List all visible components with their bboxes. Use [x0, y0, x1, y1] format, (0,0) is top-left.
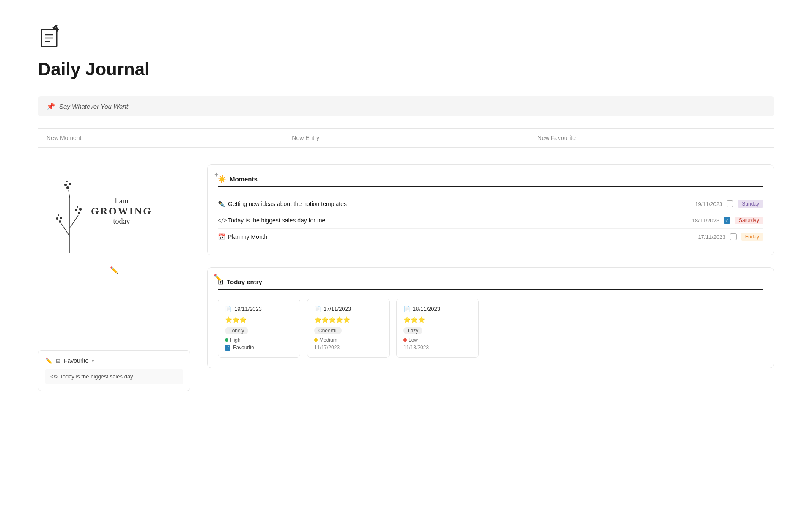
energy-row-0: High: [225, 337, 293, 343]
handwriting-card: I am GROWING today: [38, 164, 165, 258]
entry-date-1: 17/11/2023: [324, 306, 351, 312]
moment-icon-2: 📅: [218, 233, 228, 240]
entry-date-0: 19/11/2023: [234, 306, 262, 312]
energy-dot-2: [403, 338, 407, 342]
today-entry-section: ✏️ ⊞ Today entry 📄 19/11/2023 ⭐⭐⭐ Lonely: [207, 267, 774, 368]
handwriting-line3: today: [91, 217, 152, 226]
left-panel: I am GROWING today ✏️ ✏️ ⊞ Favourite ▾ <…: [38, 164, 190, 391]
energy-row-1: Medium: [314, 337, 382, 343]
svg-point-12: [60, 217, 62, 219]
handwriting-line1: I am: [91, 197, 152, 206]
favourite-check-0: ✓ Favourite: [225, 345, 293, 351]
entry-date-bottom-1: 11/17/2023: [314, 345, 382, 351]
doc-icon-1: 📄: [314, 306, 321, 312]
moments-section: ✦ ☀️ Moments ✒️ Getting new ideas about …: [207, 164, 774, 255]
entry-card-1-header: 📄 17/11/2023: [314, 306, 382, 312]
entry-date-bottom-2: 11/18/2023: [403, 345, 472, 351]
mood-tag-0: Lonely: [225, 327, 248, 334]
svg-point-10: [59, 220, 61, 223]
main-layout: I am GROWING today ✏️ ✏️ ⊞ Favourite ▾ <…: [38, 164, 774, 391]
handwriting-line2: GROWING: [91, 206, 152, 217]
moment-row: </> Today is the biggest sales day for m…: [218, 212, 763, 229]
pinned-banner: 📌 Say Whatever You Want: [38, 96, 774, 116]
pencil-section-icon: ✏️: [214, 274, 222, 282]
pinned-text: Say Whatever You Want: [59, 103, 128, 110]
moment-date-2: 17/11/2023: [698, 234, 726, 240]
entry-card-0[interactable]: 📄 19/11/2023 ⭐⭐⭐ Lonely High ✓ Favourite: [218, 299, 300, 358]
journal-icon: [38, 25, 63, 51]
handwriting-display: I am GROWING today: [91, 197, 152, 226]
svg-line-9: [70, 215, 78, 228]
energy-label-0: High: [230, 337, 241, 343]
page-title: Daily Journal: [38, 59, 774, 79]
moments-title: Moments: [230, 175, 258, 183]
doc-icon-0: 📄: [225, 306, 232, 312]
favourite-card: ✏️ ⊞ Favourite ▾ </> Today is the bigges…: [38, 350, 190, 391]
sparkle-icon: ✦: [214, 171, 219, 179]
moment-checkbox-0[interactable]: [727, 200, 733, 207]
energy-row-2: Low: [403, 337, 472, 343]
favourite-item[interactable]: </> Today is the biggest sales day...: [45, 369, 183, 384]
favourite-label: Favourite: [64, 357, 88, 364]
moment-text-0[interactable]: Getting new ideas about the notion templ…: [228, 200, 695, 207]
doc-icon-2: 📄: [403, 306, 410, 312]
action-buttons-row: New Moment New Entry New Favourite: [38, 128, 774, 148]
moment-day-0: Sunday: [738, 200, 763, 208]
today-entry-title: Today entry: [227, 278, 262, 285]
new-favourite-button[interactable]: New Favourite: [529, 129, 774, 147]
svg-point-15: [75, 209, 77, 211]
gallery-icon: ⊞: [56, 358, 60, 364]
moment-icon-0: ✒️: [218, 200, 228, 207]
svg-line-18: [69, 190, 70, 198]
energy-label-1: Medium: [319, 337, 337, 343]
moment-day-1: Saturday: [735, 217, 763, 224]
entry-card-1[interactable]: 📄 17/11/2023 ⭐⭐⭐⭐⭐ Cheerful Medium 11/17…: [307, 299, 390, 358]
entry-card-2-header: 📄 18/11/2023: [403, 306, 472, 312]
moments-icon: ☀️: [218, 175, 226, 183]
moment-checkbox-1[interactable]: ✓: [724, 217, 730, 224]
svg-point-13: [58, 214, 59, 216]
fav-label-0: Favourite: [233, 345, 254, 351]
moment-checkbox-2[interactable]: [730, 233, 737, 240]
moment-date-0: 19/11/2023: [695, 201, 722, 207]
moment-day-2: Friday: [741, 233, 763, 241]
moment-row: 📅 Plan my Month 17/11/2023 Friday: [218, 229, 763, 245]
moment-text-1[interactable]: Today is the biggest sales day for me: [228, 217, 692, 224]
dropdown-arrow-icon: ▾: [92, 358, 94, 364]
mood-tag-2: Lazy: [403, 327, 422, 334]
star-row-2: ⭐⭐⭐: [403, 316, 472, 323]
star-row-0: ⭐⭐⭐: [225, 316, 293, 323]
svg-point-16: [79, 208, 82, 211]
svg-point-21: [69, 183, 71, 185]
svg-point-20: [64, 184, 67, 186]
right-panel: ✦ ☀️ Moments ✒️ Getting new ideas about …: [207, 164, 774, 380]
new-moment-button[interactable]: New Moment: [38, 129, 283, 147]
svg-point-14: [78, 212, 80, 214]
moment-text-2[interactable]: Plan my Month: [228, 233, 698, 240]
page-icon-area: [38, 25, 774, 59]
moments-section-header: ☀️ Moments: [218, 175, 763, 187]
entry-card-2[interactable]: 📄 18/11/2023 ⭐⭐⭐ Lazy Low 11/18/2023: [396, 299, 479, 358]
mood-tag-1: Cheerful: [314, 327, 342, 334]
entry-card-0-header: 📄 19/11/2023: [225, 306, 293, 312]
pencil-decoration: ✏️: [38, 266, 190, 274]
new-entry-button[interactable]: New Entry: [283, 129, 529, 147]
plant-decoration: [51, 164, 89, 258]
favourite-card-header: ✏️ ⊞ Favourite ▾: [45, 357, 183, 364]
moment-date-1: 18/11/2023: [692, 217, 719, 224]
svg-point-11: [56, 217, 58, 220]
energy-dot-1: [314, 338, 318, 342]
today-entry-header: ⊞ Today entry: [218, 278, 763, 290]
pin-icon: 📌: [47, 102, 55, 110]
entry-date-2: 18/11/2023: [413, 306, 440, 312]
svg-point-22: [66, 181, 68, 182]
svg-point-19: [66, 186, 69, 189]
energy-dot-0: [225, 338, 228, 342]
pencil-icon-small: ✏️: [45, 357, 52, 364]
star-row-1: ⭐⭐⭐⭐⭐: [314, 316, 382, 323]
fav-checkbox-0[interactable]: ✓: [225, 345, 230, 351]
svg-line-8: [61, 224, 70, 236]
entry-cards-row: 📄 19/11/2023 ⭐⭐⭐ Lonely High ✓ Favourite: [218, 299, 763, 358]
moment-icon-1: </>: [218, 217, 228, 223]
energy-label-2: Low: [409, 337, 418, 343]
